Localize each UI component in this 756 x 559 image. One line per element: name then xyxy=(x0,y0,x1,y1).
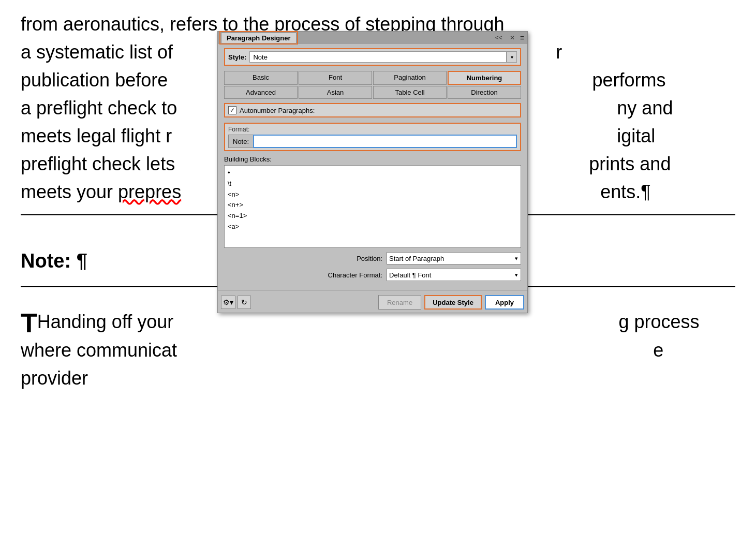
bb-item-n-plus[interactable]: <n+> xyxy=(228,200,517,211)
close-button[interactable]: ✕ xyxy=(508,34,517,42)
tabs-container: Basic Font Pagination Numbering Advanced… xyxy=(224,71,521,99)
dialog-footer: ⚙ ▾ ↻ Rename Update Style Apply xyxy=(218,290,527,313)
tab-asian[interactable]: Asian xyxy=(299,86,372,99)
autonumber-checkbox[interactable]: ✓ xyxy=(228,106,236,114)
char-format-row: Character Format: Default ¶ Font xyxy=(224,269,521,281)
tab-font[interactable]: Font xyxy=(299,71,372,85)
style-input-container: ▾ xyxy=(249,51,517,63)
gear-icon: ⚙ xyxy=(223,298,230,306)
position-row: Position: Start of Paragraph End of Para… xyxy=(224,252,521,264)
building-blocks-label: Building Blocks: xyxy=(224,155,521,163)
style-input[interactable] xyxy=(249,51,507,63)
char-format-label: Character Format: xyxy=(328,271,382,279)
style-row: Style: ▾ xyxy=(224,48,521,66)
autonumber-row: ✓ Autonumber Paragraphs: xyxy=(224,103,521,117)
position-label: Position: xyxy=(357,255,382,262)
tab-advanced[interactable]: Advanced xyxy=(224,86,298,99)
position-select-wrapper: Start of Paragraph End of Paragraph Insi… xyxy=(387,252,521,264)
char-format-select-wrapper: Default ¶ Font xyxy=(387,269,521,281)
titlebar-right: << ✕ ≡ xyxy=(493,34,524,42)
tab-pagination[interactable]: Pagination xyxy=(373,71,447,85)
format-input-row: Note: xyxy=(228,135,517,148)
handing-line-2: where communicat e provider xyxy=(21,336,735,392)
dialog-body: Style: ▾ Basic Font Pagination Numbering… xyxy=(218,44,527,290)
collapse-button[interactable]: << xyxy=(493,34,505,42)
dialog-titlebar: Paragraph Designer << ✕ ≡ xyxy=(218,32,527,44)
format-label: Format: xyxy=(228,126,517,133)
apply-button[interactable]: Apply xyxy=(485,295,524,310)
style-label: Style: xyxy=(228,53,246,61)
bb-item-n-eq-1[interactable]: <n=1> xyxy=(228,211,517,222)
handing-section: THanding off your g process where commun… xyxy=(21,308,735,392)
position-select[interactable]: Start of Paragraph End of Paragraph Insi… xyxy=(387,252,521,264)
autonumber-label: Autonumber Paragraphs: xyxy=(240,107,315,114)
paragraph-designer-dialog: Paragraph Designer << ✕ ≡ Style: ▾ Basic… xyxy=(217,31,528,313)
footer-left: ⚙ ▾ ↻ xyxy=(221,296,251,309)
style-dropdown-button[interactable]: ▾ xyxy=(507,51,517,63)
titlebar-left: Paragraph Designer xyxy=(221,33,297,43)
bb-item-bullet[interactable]: • xyxy=(228,168,517,179)
format-section: Format: Note: xyxy=(224,123,521,151)
refresh-icon: ↻ xyxy=(241,298,247,306)
refresh-button[interactable]: ↻ xyxy=(238,296,251,309)
tab-table-cell[interactable]: Table Cell xyxy=(373,86,447,99)
gear-button[interactable]: ⚙ ▾ xyxy=(221,296,235,309)
format-prefix: Note: xyxy=(228,135,253,148)
bb-item-a[interactable]: <a> xyxy=(228,222,517,232)
dialog-title: Paragraph Designer xyxy=(221,33,297,43)
menu-icon[interactable]: ≡ xyxy=(520,34,524,42)
format-input[interactable] xyxy=(253,135,517,148)
bb-item-n[interactable]: <n> xyxy=(228,189,517,200)
tab-direction[interactable]: Direction xyxy=(448,86,521,99)
char-format-select[interactable]: Default ¶ Font xyxy=(387,269,521,281)
gear-dropdown-arrow: ▾ xyxy=(230,298,233,306)
building-blocks-list[interactable]: • \t <n> <n+> <n=1> <a> xyxy=(224,165,521,248)
bb-item-tab[interactable]: \t xyxy=(228,179,517,189)
tab-basic[interactable]: Basic xyxy=(224,71,298,85)
rename-button[interactable]: Rename xyxy=(378,295,421,310)
building-blocks-section: Building Blocks: • \t <n> <n+> <n=1> <a> xyxy=(224,155,521,248)
tab-numbering[interactable]: Numbering xyxy=(448,71,521,85)
update-style-button[interactable]: Update Style xyxy=(424,295,482,310)
